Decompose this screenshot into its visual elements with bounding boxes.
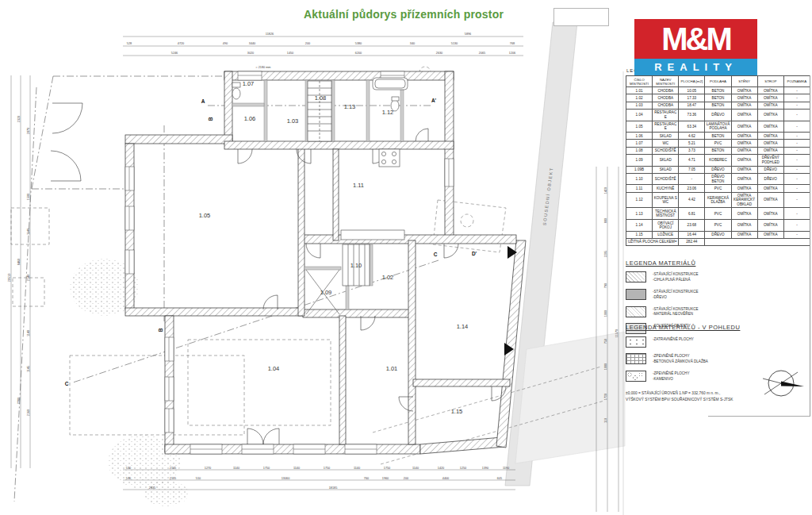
- solid-gray-swatch: [626, 289, 646, 300]
- svg-text:605: 605: [497, 477, 502, 480]
- svg-text:1420: 1420: [438, 467, 444, 470]
- svg-text:6200: 6200: [355, 52, 362, 55]
- svg-text:1.10: 1.10: [350, 262, 362, 269]
- svg-text:1140: 1140: [293, 467, 300, 470]
- svg-text:C: C: [65, 381, 69, 386]
- svg-text:1450: 1450: [287, 52, 293, 55]
- svg-text:4400: 4400: [442, 477, 449, 480]
- svg-text:18185: 18185: [329, 486, 338, 490]
- svg-text:A': A': [431, 98, 437, 103]
- svg-text:1250: 1250: [460, 467, 466, 470]
- svg-text:2065: 2065: [479, 52, 485, 55]
- svg-text:768: 768: [510, 42, 515, 45]
- svg-text:1.04: 1.04: [268, 365, 280, 372]
- floor-plan: SOUSEDNÍ OBJEKT: [0, 0, 626, 515]
- svg-text:200: 200: [305, 42, 310, 45]
- svg-text:5246: 5246: [171, 52, 178, 55]
- svg-text:1.07: 1.07: [243, 80, 255, 87]
- stove-icon: [379, 149, 400, 167]
- svg-text:1390: 1390: [482, 467, 488, 470]
- svg-text:20510: 20510: [8, 274, 11, 282]
- svg-text:1140: 1140: [233, 467, 239, 470]
- svg-text:1000: 1000: [604, 310, 607, 317]
- counter-icon: [341, 230, 404, 240]
- svg-text:2140: 2140: [27, 275, 30, 281]
- stones-swatch: [626, 371, 646, 382]
- svg-text:1140: 1140: [27, 229, 30, 235]
- svg-text:2160: 2160: [27, 409, 30, 416]
- svg-text:2105: 2105: [170, 477, 176, 480]
- north-compass: [755, 361, 810, 409]
- svg-text:B: B: [158, 328, 163, 332]
- svg-text:1500: 1500: [27, 194, 30, 200]
- svg-text:2870: 2870: [27, 128, 30, 134]
- svg-text:490: 490: [223, 42, 228, 45]
- legend-item: -STÁVAJÍCÍ KONSTRUKCE-DŘEVO: [626, 289, 810, 301]
- svg-text:1.11: 1.11: [353, 182, 364, 189]
- legend-materials-title: LEGENDA MATERIÁLŮ: [626, 259, 695, 267]
- svg-text:3020: 3020: [247, 52, 254, 55]
- svg-text:880: 880: [604, 218, 607, 223]
- svg-text:11826: 11826: [266, 33, 274, 36]
- svg-text:760: 760: [364, 477, 369, 480]
- svg-text:2630: 2630: [436, 52, 442, 55]
- legend-item: -STÁVAJÍCÍ KONSTRUKCE-MATERIÁL NEOVĚŘEN: [626, 306, 810, 318]
- blank-label-box: [553, 8, 609, 26]
- svg-text:1960: 1960: [382, 477, 389, 480]
- svg-text:110: 110: [604, 418, 607, 423]
- svg-text:1140: 1140: [27, 330, 30, 336]
- svg-text:528: 528: [127, 42, 132, 45]
- toilet-icon: [232, 88, 240, 99]
- svg-text:1.12: 1.12: [382, 109, 394, 116]
- legend-item: -STÁVAJÍCÍ KONSTRUKCE-CIHLA PLNÁ PÁLENÁ: [626, 271, 810, 283]
- svg-text:2205: 2205: [604, 251, 607, 257]
- grid-swatch: [626, 353, 646, 364]
- svg-text:11570: 11570: [615, 329, 619, 337]
- svg-text:1206: 1206: [509, 52, 515, 55]
- svg-text:1140: 1140: [412, 467, 419, 470]
- sheet-border-right: [810, 75, 810, 417]
- svg-text:1145: 1145: [27, 366, 30, 372]
- svg-text:1.14: 1.14: [457, 323, 469, 330]
- svg-text:1.08: 1.08: [315, 94, 327, 102]
- svg-text:D': D': [472, 251, 477, 256]
- svg-text:1420: 1420: [604, 187, 607, 194]
- svg-text:A: A: [201, 98, 205, 104]
- svg-text:8460: 8460: [17, 259, 21, 265]
- svg-text:2320: 2320: [17, 116, 21, 122]
- logo-reality: REALITY: [634, 59, 757, 75]
- svg-text:C: C: [434, 252, 438, 257]
- svg-text:4720: 4720: [178, 42, 184, 45]
- svg-text:530: 530: [126, 477, 131, 480]
- svg-text:790: 790: [604, 283, 607, 288]
- svg-text:1720: 1720: [604, 394, 607, 400]
- legend-item: -ZATRAVNĚNÉ PLOCHY: [626, 336, 810, 348]
- svg-text:530: 530: [126, 467, 131, 470]
- hatch-brick-swatch: [626, 271, 646, 282]
- svg-text:1.02: 1.02: [382, 274, 394, 281]
- sheet-border-bottom: [708, 416, 810, 417]
- drawing-sheet: SOUSEDNÍ OBJEKT: [0, 0, 812, 515]
- svg-text:1270: 1270: [205, 467, 211, 470]
- svg-text:1140: 1140: [354, 467, 360, 470]
- svg-text:3440: 3440: [249, 42, 255, 45]
- legend-materials-view-title: LEGENDA MATERIÁLŮ - V POHLEDU: [626, 324, 740, 331]
- svg-text:750: 750: [604, 339, 607, 344]
- svg-text:1.13: 1.13: [344, 103, 356, 110]
- svg-text:2105: 2105: [170, 467, 176, 470]
- svg-text:1000: 1000: [604, 363, 607, 370]
- svg-text:2635: 2635: [149, 486, 155, 490]
- svg-text:1750: 1750: [324, 467, 330, 470]
- svg-text:1750: 1750: [384, 467, 390, 470]
- datum-note: ±0,000 = STÁVAJÍCÍ ÚROVEŇ 1.NP = 332,760…: [626, 390, 733, 403]
- svg-text:1750: 1750: [263, 467, 270, 470]
- svg-text:1.15: 1.15: [451, 408, 463, 415]
- svg-text:1.03: 1.03: [287, 117, 299, 125]
- svg-text:510: 510: [196, 477, 201, 480]
- dots-swatch: [626, 336, 646, 348]
- svg-text:5130: 5130: [451, 42, 458, 45]
- svg-text:≈ 2180 mm: ≈ 2180 mm: [256, 66, 271, 69]
- svg-text:200: 200: [404, 477, 408, 480]
- svg-text:B: B: [208, 117, 213, 121]
- svg-text:1.05: 1.05: [199, 212, 211, 219]
